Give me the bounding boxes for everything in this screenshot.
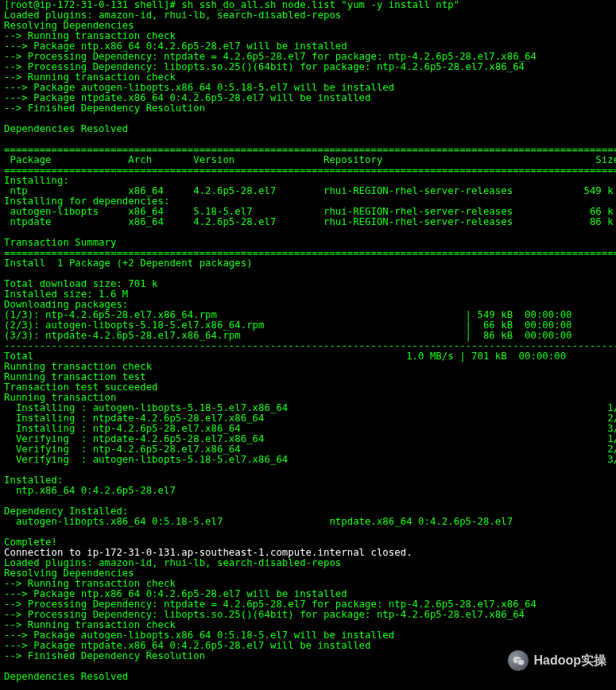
terminal-line: Verifying : autogen-libopts-5.18-5.el7.x… xyxy=(4,454,616,465)
terminal-line: ---> Package ntp.x86_64 0:4.2.6p5-28.el7… xyxy=(4,588,347,599)
terminal-line: Installing : ntp-4.2.6p5-28.el7.x86_64 3… xyxy=(4,423,616,434)
terminal-line: (2/3): autogen-libopts-5.18-5.el7.x86_64… xyxy=(4,320,572,331)
terminal-line: Installed: xyxy=(4,475,63,486)
terminal-line: Running transaction check xyxy=(4,361,152,372)
terminal-line: ----------------------------------------… xyxy=(4,340,616,351)
terminal-line: ---> Package ntpdate.x86_64 0:4.2.6p5-28… xyxy=(4,640,371,651)
terminal-line: Resolving Dependencies xyxy=(4,568,134,579)
terminal-line: ========================================… xyxy=(4,247,616,258)
terminal-line: ---> Package autogen-libopts.x86_64 0:5.… xyxy=(4,82,394,93)
terminal-line: Dependencies Resolved xyxy=(4,123,128,134)
terminal-line: ntp.x86_64 0:4.2.6p5-28.el7 xyxy=(4,485,176,496)
terminal-line: Complete! xyxy=(4,537,57,548)
terminal-line: Package Arch Version Repository Size xyxy=(4,154,616,165)
terminal-line: Total download size: 701 k xyxy=(4,278,158,289)
terminal-line: ntp x86_64 4.2.6p5-28.el7 rhui-REGION-rh… xyxy=(4,185,614,196)
terminal-line: ========================================… xyxy=(4,165,616,176)
terminal-line: (3/3): ntpdate-4.2.6p5-28.el7.x86_64.rpm… xyxy=(4,330,572,341)
terminal-line: ---> Package autogen-libopts.x86_64 0:5.… xyxy=(4,630,394,641)
terminal-line: Total 1.0 MB/s | 701 kB 00:00:00 xyxy=(4,351,566,362)
terminal-line: ---> Package ntp.x86_64 0:4.2.6p5-28.el7… xyxy=(4,41,347,52)
terminal-line: autogen-libopts x86_64 5.18-5.el7 rhui-R… xyxy=(4,206,614,217)
terminal-line: ntpdate x86_64 4.2.6p5-28.el7 rhui-REGIO… xyxy=(4,216,614,227)
terminal-line: ---> Package ntpdate.x86_64 0:4.2.6p5-28… xyxy=(4,92,371,103)
terminal-line: Loaded plugins: amazon-id, rhui-lb, sear… xyxy=(4,10,341,21)
terminal-line: --> Finished Dependency Resolution xyxy=(4,103,205,114)
terminal-line: Installing for dependencies: xyxy=(4,196,169,207)
terminal-line: Verifying : ntp-4.2.6p5-28.el7.x86_64 2/… xyxy=(4,444,616,455)
terminal-line: Installing: xyxy=(4,175,69,186)
terminal-line: ========================================… xyxy=(4,144,616,155)
terminal-line: --> Running transaction check xyxy=(4,578,176,589)
terminal-line: Dependencies Resolved xyxy=(4,671,128,682)
terminal-line: --> Running transaction check xyxy=(4,72,176,83)
terminal-line: Installing : autogen-libopts-5.18-5.el7.… xyxy=(4,402,616,413)
terminal-line: --> Processing Dependency: libopts.so.25… xyxy=(4,61,525,72)
terminal-line: --> Processing Dependency: libopts.so.25… xyxy=(4,609,525,620)
terminal-line: Running transaction xyxy=(4,392,116,403)
terminal-line: Resolving Dependencies xyxy=(4,20,134,31)
terminal-line: autogen-libopts.x86_64 0:5.18-5.el7 ntpd… xyxy=(4,516,513,527)
terminal-line: Running transaction test xyxy=(4,371,146,382)
terminal-line: --> Running transaction check xyxy=(4,30,176,41)
terminal-line: Installing : ntpdate-4.2.6p5-28.el7.x86_… xyxy=(4,413,616,424)
terminal-output: [root@ip-172-31-0-131 shell]# sh ssh_do_… xyxy=(0,0,616,682)
terminal-line: Dependency Installed: xyxy=(4,506,128,517)
terminal-line: --> Processing Dependency: ntpdate = 4.2… xyxy=(4,51,537,62)
terminal-line: Downloading packages: xyxy=(4,299,128,310)
terminal-line: Installed size: 1.6 M xyxy=(4,289,128,300)
terminal-line: (1/3): ntp-4.2.6p5-28.el7.x86_64.rpm | 5… xyxy=(4,309,572,320)
terminal-line: Transaction test succeeded xyxy=(4,382,158,393)
terminal-line: Connection to ip-172-31-0-131.ap-southea… xyxy=(4,547,413,558)
terminal-line: --> Processing Dependency: ntpdate = 4.2… xyxy=(4,599,537,610)
terminal-line: --> Finished Dependency Resolution xyxy=(4,650,205,661)
terminal-line: Install 1 Package (+2 Dependent packages… xyxy=(4,258,253,269)
terminal-line: Transaction Summary xyxy=(4,237,116,248)
terminal-line: --> Running transaction check xyxy=(4,619,176,630)
terminal-line: Loaded plugins: amazon-id, rhui-lb, sear… xyxy=(4,557,341,568)
terminal-line: Verifying : ntpdate-4.2.6p5-28.el7.x86_6… xyxy=(4,433,616,444)
